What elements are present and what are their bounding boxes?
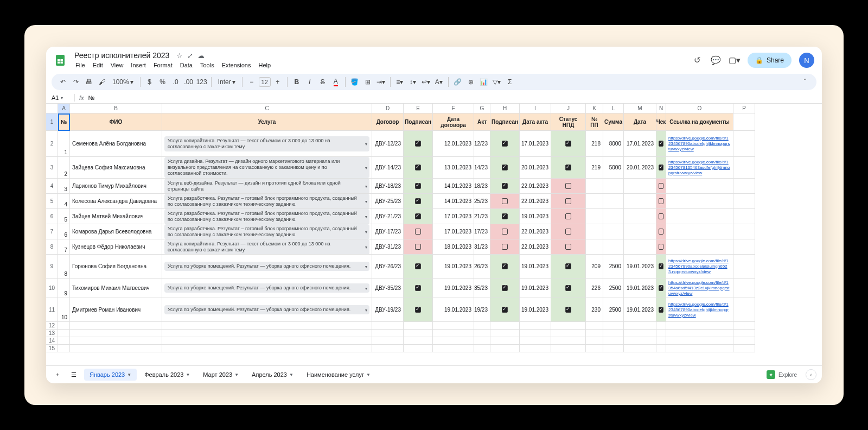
- cell[interactable]: ДВУ-18/23: [372, 179, 404, 194]
- cell[interactable]: [733, 194, 755, 209]
- cell[interactable]: ДВУ-19/23: [372, 298, 404, 322]
- cell[interactable]: ДВУ-35/23: [372, 279, 404, 298]
- cell[interactable]: https://drive.google.com/file/d/12345678…: [666, 298, 733, 322]
- meet-icon[interactable]: ▢▾: [729, 55, 740, 66]
- row-header[interactable]: 8: [46, 239, 58, 255]
- select-all-corner[interactable]: [46, 104, 58, 113]
- checkbox[interactable]: [659, 198, 663, 204]
- cell[interactable]: [404, 194, 433, 209]
- document-title[interactable]: Реестр исполнителей 2023: [72, 50, 171, 61]
- cell[interactable]: 13.01.2023: [433, 157, 474, 179]
- cell[interactable]: [733, 337, 755, 345]
- functions-icon[interactable]: Σ: [504, 75, 516, 88]
- row-header[interactable]: 4: [46, 179, 58, 194]
- column-header[interactable]: B: [70, 104, 162, 113]
- checkbox[interactable]: [502, 263, 508, 269]
- cell[interactable]: [603, 224, 624, 239]
- comment-icon[interactable]: 💬: [711, 55, 722, 66]
- cell[interactable]: 7: [58, 239, 70, 255]
- cloud-icon[interactable]: ☁: [197, 52, 205, 60]
- cell[interactable]: [624, 322, 656, 330]
- column-header[interactable]: J: [551, 104, 586, 113]
- cell[interactable]: 19.01.2023: [520, 209, 551, 224]
- service-chip[interactable]: Услуга разработчика. Результат – готовый…: [164, 194, 369, 209]
- cell[interactable]: [733, 255, 755, 279]
- cell[interactable]: 5000: [603, 157, 624, 179]
- cell[interactable]: 17.01.2023: [624, 131, 656, 157]
- cell[interactable]: [474, 337, 490, 345]
- cell[interactable]: [490, 179, 520, 194]
- header-cell[interactable]: Сумма: [603, 113, 624, 131]
- header-cell[interactable]: Дата: [624, 113, 656, 131]
- cell[interactable]: [551, 131, 586, 157]
- column-header[interactable]: O: [666, 104, 733, 113]
- cell[interactable]: 209: [586, 255, 603, 279]
- cell[interactable]: [733, 330, 755, 337]
- cell[interactable]: 1: [58, 131, 70, 157]
- cell[interactable]: [433, 337, 474, 345]
- sheet-tab[interactable]: Январь 2023▼: [84, 369, 137, 381]
- cell[interactable]: [70, 330, 162, 337]
- header-cell[interactable]: Услуга: [162, 113, 372, 131]
- checkbox[interactable]: [415, 285, 421, 291]
- checkbox[interactable]: [415, 183, 421, 189]
- cell[interactable]: 19.01.2023: [520, 255, 551, 279]
- row-header[interactable]: 5: [46, 194, 58, 209]
- cell[interactable]: 219: [586, 157, 603, 179]
- header-cell[interactable]: Подписан: [404, 113, 433, 131]
- font-size-input[interactable]: 12: [259, 77, 271, 87]
- document-link[interactable]: https://drive.google.com/file/d/12345678…: [668, 302, 731, 318]
- side-panel-toggle-icon[interactable]: ‹: [806, 369, 816, 380]
- row-header[interactable]: 6: [46, 209, 58, 224]
- cell[interactable]: 226: [586, 279, 603, 298]
- chart-icon[interactable]: 📊: [478, 75, 490, 88]
- checkbox[interactable]: [415, 165, 421, 170]
- cell[interactable]: [733, 322, 755, 330]
- cell[interactable]: [162, 330, 372, 337]
- checkbox[interactable]: [415, 307, 421, 313]
- cell[interactable]: [404, 330, 433, 337]
- name-box[interactable]: A1 ▾: [49, 93, 74, 102]
- align-icon[interactable]: ≡▾: [394, 75, 406, 88]
- cell[interactable]: 20.01.2023: [520, 157, 551, 179]
- row-header[interactable]: 13: [46, 330, 58, 337]
- cell[interactable]: [656, 179, 666, 194]
- cell[interactable]: 2500: [603, 298, 624, 322]
- cell[interactable]: 230: [586, 298, 603, 322]
- cell[interactable]: [404, 337, 433, 345]
- cell[interactable]: 19.01.2023: [520, 279, 551, 298]
- menu-tools[interactable]: Tools: [197, 61, 218, 69]
- cell[interactable]: [551, 298, 586, 322]
- cell[interactable]: 19.01.2023: [433, 298, 474, 322]
- cell[interactable]: 17.01.2023: [433, 209, 474, 224]
- row-header[interactable]: 3: [46, 157, 58, 179]
- column-header[interactable]: G: [474, 104, 490, 113]
- cell[interactable]: [586, 179, 603, 194]
- cell[interactable]: 19.01.2023: [433, 255, 474, 279]
- checkbox[interactable]: [502, 244, 508, 250]
- cell[interactable]: [404, 279, 433, 298]
- column-header[interactable]: P: [733, 104, 755, 113]
- cell[interactable]: [70, 322, 162, 330]
- menu-insert[interactable]: Insert: [127, 61, 149, 69]
- cell[interactable]: https://drive.google.com/file/d/1354a6sd…: [666, 279, 733, 298]
- cell[interactable]: 5: [58, 209, 70, 224]
- cell[interactable]: [474, 330, 490, 337]
- borders-icon[interactable]: ⊞: [362, 75, 374, 88]
- cell[interactable]: [520, 345, 551, 352]
- row-header[interactable]: 2: [46, 131, 58, 157]
- cell[interactable]: 218: [586, 131, 603, 157]
- cell[interactable]: [404, 239, 433, 255]
- column-header[interactable]: K: [586, 104, 603, 113]
- cell[interactable]: [666, 194, 733, 209]
- cell[interactable]: Семенова Алёна Богдановна: [70, 131, 162, 157]
- cell[interactable]: [551, 194, 586, 209]
- cell[interactable]: [733, 179, 755, 194]
- row-header[interactable]: 15: [46, 345, 58, 352]
- document-link[interactable]: https://drive.google.com/file/d/12345678…: [668, 258, 731, 275]
- cell[interactable]: Услуга разработчика. Результат – готовый…: [162, 194, 372, 209]
- strikethrough-icon[interactable]: S: [317, 75, 329, 88]
- cell[interactable]: [490, 209, 520, 224]
- cell[interactable]: [603, 337, 624, 345]
- checkbox[interactable]: [502, 165, 508, 170]
